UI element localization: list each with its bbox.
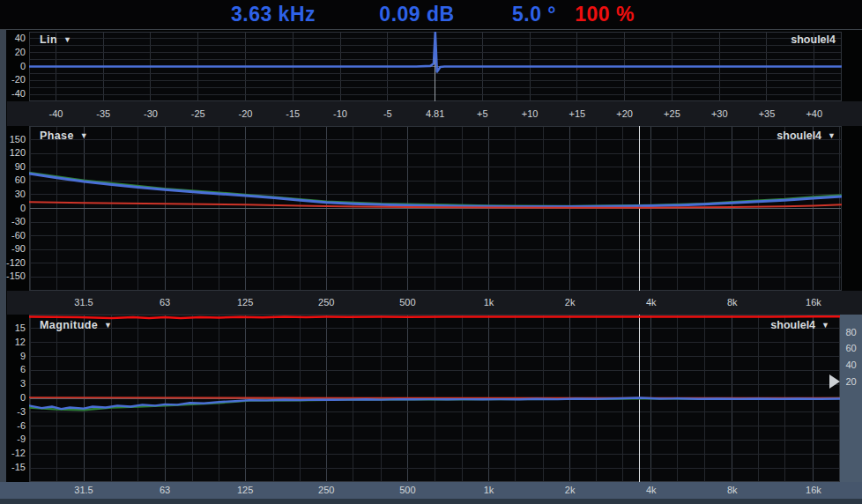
magnitude-x-tick-label: 125 <box>223 482 267 499</box>
phase-x-tick-label: 125 <box>223 291 267 315</box>
phase-plot[interactable] <box>29 126 842 291</box>
phase-x-tick-label: 250 <box>304 291 348 315</box>
coherence-axis-column <box>840 315 862 482</box>
magnitude-x-tick-label: 2k <box>548 482 592 499</box>
impulse-x-tick-label: -10 <box>318 101 362 126</box>
impulse-trace-selector[interactable]: shoulel4 <box>791 33 836 46</box>
phase-y-tick-label: -120 <box>0 257 26 269</box>
impulse-trace-name: shoulel4 <box>791 33 836 46</box>
magnitude-y-tick-label: 15 <box>0 322 26 334</box>
impulse-x-tick-label: +30 <box>697 101 741 126</box>
impulse-view-selector[interactable]: Lin▼ <box>40 33 71 46</box>
magnitude-coherence-tick-label: 80 <box>840 327 862 338</box>
dropdown-arrow-icon: ▼ <box>821 321 829 330</box>
magnitude-x-tick-label: 4k <box>629 482 673 499</box>
magnitude-y-tick-label: -12 <box>0 448 26 459</box>
phase-x-tick-label: 31.5 <box>62 291 106 315</box>
magnitude-y-tick-label: 9 <box>0 351 26 362</box>
impulse-view-label: Lin <box>40 33 57 46</box>
impulse-x-tick-label: -5 <box>366 101 410 126</box>
cursor-magnitude-readout: 0.09 dB <box>379 3 454 26</box>
impulse-x-tick-label: -30 <box>129 101 173 126</box>
magnitude-x-tick-label: 250 <box>304 482 348 499</box>
dropdown-arrow-icon: ▼ <box>80 131 88 140</box>
magnitude-coherence-tick-label: 40 <box>840 359 862 371</box>
dropdown-arrow-icon: ▼ <box>828 131 836 140</box>
impulse-x-tick-label: 4.81 <box>413 101 457 126</box>
phase-x-tick-label: 500 <box>385 291 429 315</box>
impulse-plot[interactable] <box>29 32 842 101</box>
impulse-y-tick-label: -40 <box>0 88 26 100</box>
impulse-x-tick-label: -15 <box>271 101 315 126</box>
phase-x-tick-label: 4k <box>629 291 673 315</box>
phase-y-tick-label: 60 <box>0 174 26 186</box>
dropdown-arrow-icon: ▼ <box>63 35 71 44</box>
magnitude-coherence-tick-label: 20 <box>840 376 862 388</box>
phase-x-tick-label: 8k <box>710 291 754 315</box>
magnitude-y-tick-label: 12 <box>0 337 26 348</box>
phase-x-tick-label: 63 <box>143 291 187 315</box>
magnitude-x-tick-label: 8k <box>710 482 754 499</box>
impulse-x-tick-label: -35 <box>81 101 125 126</box>
magnitude-y-tick-label: -15 <box>0 462 26 473</box>
impulse-y-tick-label: 20 <box>0 47 26 58</box>
impulse-x-tick-label: -25 <box>176 101 220 126</box>
cursor-coherence-readout: 100 % <box>575 3 635 26</box>
cursor-readout-bar: 3.63 kHz 0.09 dB 5.0 ° 100 % <box>0 0 862 30</box>
magnitude-trace-selector[interactable]: shoulel4▼ <box>770 319 829 331</box>
magnitude-x-tick-label: 63 <box>143 482 187 499</box>
phase-y-tick-label: -90 <box>0 243 26 255</box>
impulse-x-tick-label: -40 <box>33 101 78 126</box>
dropdown-arrow-icon: ▼ <box>104 321 112 330</box>
impulse-x-tick-label: +20 <box>603 101 647 126</box>
magnitude-view-label: Magnitude <box>40 319 98 331</box>
cursor-frequency-readout: 3.63 kHz <box>231 3 316 26</box>
transfer-function-window: 3.63 kHz 0.09 dB 5.0 ° 100 % 40200-20-40… <box>0 0 862 504</box>
phase-view-selector[interactable]: Phase▼ <box>40 130 88 142</box>
magnitude-x-tick-label: 1k <box>466 482 510 499</box>
impulse-y-tick-label: 40 <box>0 33 26 44</box>
magnitude-x-tick-label: 31.5 <box>62 482 106 499</box>
cursor-phase-readout: 5.0 ° <box>512 3 556 26</box>
impulse-y-tick-label: 0 <box>0 61 26 72</box>
impulse-x-tick-label: +25 <box>650 101 694 126</box>
phase-trace-selector[interactable]: shoulel4▼ <box>777 130 836 142</box>
phase-y-tick-label: 150 <box>0 134 26 145</box>
phase-y-tick-label: -30 <box>0 216 26 227</box>
impulse-x-tick-label: +15 <box>555 101 599 126</box>
magnitude-view-selector[interactable]: Magnitude▼ <box>40 319 112 331</box>
magnitude-y-tick-label: 0 <box>0 392 26 404</box>
phase-y-tick-label: 30 <box>0 189 26 200</box>
phase-x-tick-label: 16k <box>791 291 836 315</box>
phase-trace-name: shoulel4 <box>777 130 821 142</box>
phase-view-label: Phase <box>40 130 74 142</box>
phase-y-tick-label: -150 <box>0 271 26 282</box>
phase-y-tick-label: 120 <box>0 147 26 159</box>
phase-y-tick-label: 90 <box>0 161 26 173</box>
impulse-x-tick-label: +40 <box>792 101 836 126</box>
magnitude-x-tick-label: 500 <box>385 482 429 499</box>
magnitude-y-tick-label: -9 <box>0 434 26 445</box>
magnitude-plot[interactable] <box>29 315 840 482</box>
impulse-y-tick-label: -20 <box>0 74 26 85</box>
phase-x-tick-label: 1k <box>466 291 510 315</box>
magnitude-y-tick-label: 3 <box>0 378 26 389</box>
magnitude-y-tick-label: 6 <box>0 364 26 375</box>
impulse-x-tick-label: +10 <box>508 101 552 126</box>
impulse-x-tick-label: +35 <box>745 101 789 126</box>
phase-x-tick-label: 2k <box>548 291 592 315</box>
magnitude-trace-name: shoulel4 <box>770 319 815 331</box>
magnitude-x-tick-label: 16k <box>791 482 836 499</box>
level-marker-icon[interactable] <box>829 374 840 389</box>
impulse-x-tick-label: -20 <box>224 101 268 126</box>
phase-y-tick-label: 0 <box>0 203 26 214</box>
bottom-bar <box>0 499 862 504</box>
impulse-x-tick-label: +5 <box>460 101 504 126</box>
magnitude-y-tick-label: -6 <box>0 420 26 432</box>
magnitude-y-tick-label: -3 <box>0 406 26 418</box>
magnitude-coherence-tick-label: 60 <box>840 343 862 354</box>
phase-y-tick-label: -60 <box>0 230 26 241</box>
